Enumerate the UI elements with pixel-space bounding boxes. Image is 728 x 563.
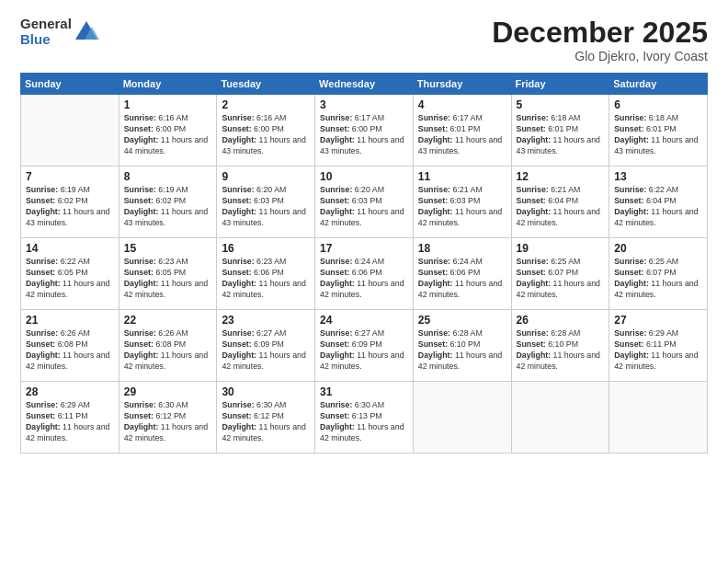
calendar-cell: 14 Sunrise: 6:22 AM Sunset: 6:05 PM Dayl… (21, 238, 119, 310)
calendar-cell (609, 382, 708, 454)
calendar-cell: 10 Sunrise: 6:20 AM Sunset: 6:03 PM Dayl… (315, 167, 414, 238)
day-number: 1 (124, 98, 212, 111)
page: General Blue December 2025 Glo Djekro, I… (0, 0, 728, 563)
day-number: 28 (26, 385, 114, 398)
day-info: Sunrise: 6:27 AM Sunset: 6:09 PM Dayligh… (222, 328, 310, 373)
day-number: 26 (517, 314, 605, 327)
subtitle: Glo Djekro, Ivory Coast (492, 49, 708, 63)
day-info: Sunrise: 6:17 AM Sunset: 6:00 PM Dayligh… (320, 113, 408, 157)
day-info: Sunrise: 6:29 AM Sunset: 6:11 PM Dayligh… (26, 400, 114, 444)
day-number: 21 (26, 314, 114, 327)
calendar-week-row: 21 Sunrise: 6:26 AM Sunset: 6:08 PM Dayl… (21, 310, 708, 382)
calendar-cell: 31 Sunrise: 6:30 AM Sunset: 6:13 PM Dayl… (315, 382, 414, 454)
calendar-cell: 24 Sunrise: 6:27 AM Sunset: 6:09 PM Dayl… (315, 310, 414, 382)
calendar-cell: 5 Sunrise: 6:18 AM Sunset: 6:01 PM Dayli… (511, 95, 609, 167)
day-info: Sunrise: 6:27 AM Sunset: 6:09 PM Dayligh… (320, 328, 408, 373)
weekday-header: Wednesday (315, 74, 414, 95)
day-info: Sunrise: 6:25 AM Sunset: 6:07 PM Dayligh… (614, 257, 702, 301)
calendar-cell: 25 Sunrise: 6:28 AM Sunset: 6:10 PM Dayl… (413, 310, 511, 382)
day-number: 18 (418, 242, 506, 255)
day-number: 29 (124, 385, 212, 398)
day-info: Sunrise: 6:18 AM Sunset: 6:01 PM Dayligh… (614, 113, 702, 157)
day-number: 5 (517, 98, 605, 111)
calendar-cell: 21 Sunrise: 6:26 AM Sunset: 6:08 PM Dayl… (21, 310, 119, 382)
logo-blue: Blue (20, 32, 72, 48)
day-number: 11 (418, 170, 506, 183)
day-number: 31 (320, 385, 408, 398)
weekday-row: SundayMondayTuesdayWednesdayThursdayFrid… (21, 74, 708, 95)
day-info: Sunrise: 6:20 AM Sunset: 6:03 PM Dayligh… (222, 185, 310, 229)
day-info: Sunrise: 6:17 AM Sunset: 6:01 PM Dayligh… (418, 113, 506, 157)
calendar-cell: 20 Sunrise: 6:25 AM Sunset: 6:07 PM Dayl… (609, 238, 708, 310)
day-info: Sunrise: 6:24 AM Sunset: 6:06 PM Dayligh… (418, 257, 506, 301)
day-number: 9 (222, 170, 310, 183)
calendar-cell: 22 Sunrise: 6:26 AM Sunset: 6:08 PM Dayl… (119, 310, 217, 382)
calendar-cell: 8 Sunrise: 6:19 AM Sunset: 6:02 PM Dayli… (119, 167, 217, 238)
day-info: Sunrise: 6:30 AM Sunset: 6:13 PM Dayligh… (320, 400, 408, 444)
weekday-header: Tuesday (217, 74, 315, 95)
day-info: Sunrise: 6:22 AM Sunset: 6:04 PM Dayligh… (614, 185, 702, 229)
day-info: Sunrise: 6:28 AM Sunset: 6:10 PM Dayligh… (517, 328, 605, 373)
calendar-cell: 29 Sunrise: 6:30 AM Sunset: 6:12 PM Dayl… (119, 382, 217, 454)
weekday-header: Friday (511, 74, 609, 95)
logo-general: General (20, 17, 72, 32)
calendar-cell (413, 382, 511, 454)
day-number: 3 (320, 98, 408, 111)
day-info: Sunrise: 6:26 AM Sunset: 6:08 PM Dayligh… (26, 328, 114, 373)
calendar-table: SundayMondayTuesdayWednesdayThursdayFrid… (20, 73, 708, 454)
calendar-week-row: 14 Sunrise: 6:22 AM Sunset: 6:05 PM Dayl… (21, 238, 708, 310)
calendar-cell (21, 95, 119, 167)
day-info: Sunrise: 6:26 AM Sunset: 6:08 PM Dayligh… (124, 328, 212, 373)
weekday-header: Sunday (21, 74, 119, 95)
logo: General Blue (20, 17, 99, 47)
day-number: 12 (517, 170, 605, 183)
day-info: Sunrise: 6:18 AM Sunset: 6:01 PM Dayligh… (517, 113, 605, 157)
calendar-cell: 9 Sunrise: 6:20 AM Sunset: 6:03 PM Dayli… (217, 167, 315, 238)
calendar-cell: 2 Sunrise: 6:16 AM Sunset: 6:00 PM Dayli… (217, 95, 315, 167)
day-info: Sunrise: 6:21 AM Sunset: 6:04 PM Dayligh… (517, 185, 605, 229)
day-number: 14 (26, 242, 114, 255)
calendar-cell: 28 Sunrise: 6:29 AM Sunset: 6:11 PM Dayl… (21, 382, 119, 454)
day-number: 4 (418, 98, 506, 111)
day-info: Sunrise: 6:23 AM Sunset: 6:05 PM Dayligh… (124, 257, 212, 301)
calendar-cell: 18 Sunrise: 6:24 AM Sunset: 6:06 PM Dayl… (413, 238, 511, 310)
day-info: Sunrise: 6:30 AM Sunset: 6:12 PM Dayligh… (124, 400, 212, 444)
logo-text: General Blue (20, 17, 72, 47)
day-info: Sunrise: 6:28 AM Sunset: 6:10 PM Dayligh… (418, 328, 506, 373)
day-number: 15 (124, 242, 212, 255)
day-info: Sunrise: 6:21 AM Sunset: 6:03 PM Dayligh… (418, 185, 506, 229)
day-info: Sunrise: 6:30 AM Sunset: 6:12 PM Dayligh… (222, 400, 310, 444)
title-block: December 2025 Glo Djekro, Ivory Coast (492, 17, 708, 63)
day-number: 2 (222, 98, 310, 111)
day-info: Sunrise: 6:22 AM Sunset: 6:05 PM Dayligh… (26, 257, 114, 301)
calendar-cell: 15 Sunrise: 6:23 AM Sunset: 6:05 PM Dayl… (119, 238, 217, 310)
header: General Blue December 2025 Glo Djekro, I… (20, 17, 708, 63)
day-number: 20 (614, 242, 702, 255)
logo-icon (74, 19, 99, 45)
day-number: 13 (614, 170, 702, 183)
day-info: Sunrise: 6:20 AM Sunset: 6:03 PM Dayligh… (320, 185, 408, 229)
calendar-cell: 3 Sunrise: 6:17 AM Sunset: 6:00 PM Dayli… (315, 95, 414, 167)
day-number: 10 (320, 170, 408, 183)
calendar-body: 1 Sunrise: 6:16 AM Sunset: 6:00 PM Dayli… (21, 95, 708, 454)
weekday-header: Monday (119, 74, 217, 95)
calendar-cell: 30 Sunrise: 6:30 AM Sunset: 6:12 PM Dayl… (217, 382, 315, 454)
day-info: Sunrise: 6:16 AM Sunset: 6:00 PM Dayligh… (124, 113, 212, 157)
day-number: 16 (222, 242, 310, 255)
calendar-cell: 12 Sunrise: 6:21 AM Sunset: 6:04 PM Dayl… (511, 167, 609, 238)
calendar-week-row: 1 Sunrise: 6:16 AM Sunset: 6:00 PM Dayli… (21, 95, 708, 167)
calendar-cell: 11 Sunrise: 6:21 AM Sunset: 6:03 PM Dayl… (413, 167, 511, 238)
day-number: 23 (222, 314, 310, 327)
day-number: 19 (517, 242, 605, 255)
month-title: December 2025 (492, 17, 708, 49)
day-number: 7 (26, 170, 114, 183)
calendar-cell: 1 Sunrise: 6:16 AM Sunset: 6:00 PM Dayli… (119, 95, 217, 167)
day-info: Sunrise: 6:25 AM Sunset: 6:07 PM Dayligh… (517, 257, 605, 301)
day-info: Sunrise: 6:23 AM Sunset: 6:06 PM Dayligh… (222, 257, 310, 301)
day-info: Sunrise: 6:19 AM Sunset: 6:02 PM Dayligh… (26, 185, 114, 229)
calendar-header: SundayMondayTuesdayWednesdayThursdayFrid… (21, 74, 708, 95)
calendar-cell (511, 382, 609, 454)
day-number: 25 (418, 314, 506, 327)
calendar-cell: 19 Sunrise: 6:25 AM Sunset: 6:07 PM Dayl… (511, 238, 609, 310)
calendar-cell: 23 Sunrise: 6:27 AM Sunset: 6:09 PM Dayl… (217, 310, 315, 382)
